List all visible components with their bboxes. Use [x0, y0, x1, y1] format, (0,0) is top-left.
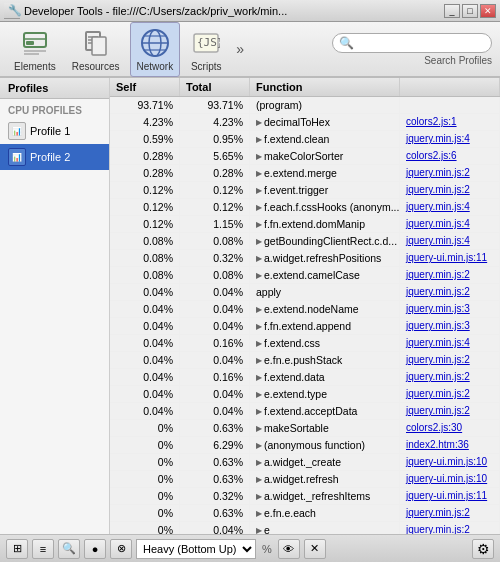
table-row: 0%0.63%▶makeSortablecolors2.js:30	[110, 420, 500, 437]
expand-arrow-icon[interactable]: ▶	[256, 441, 262, 450]
expand-arrow-icon[interactable]: ▶	[256, 203, 262, 212]
bottom-btn-record[interactable]: ●	[84, 539, 106, 559]
function-name: f.fn.extend.append	[264, 320, 351, 332]
file-link[interactable]: jquery.min.js:3	[400, 301, 500, 317]
total-cell: 0.04%	[180, 403, 250, 419]
table-row: 0.28%0.28%▶e.extend.mergejquery.min.js:2	[110, 165, 500, 182]
file-link[interactable]: jquery.min.js:2	[400, 284, 500, 300]
expand-arrow-icon[interactable]: ▶	[256, 424, 262, 433]
profile2-icon: 📊	[8, 148, 26, 166]
expand-arrow-icon[interactable]: ▶	[256, 118, 262, 127]
file-link[interactable]: jquery-ui.min.js:11	[400, 488, 500, 504]
self-cell: 0.08%	[110, 250, 180, 266]
file-link[interactable]: colors2.js:6	[400, 148, 500, 164]
expand-arrow-icon[interactable]: ▶	[256, 220, 262, 229]
file-link[interactable]: jquery-ui.min.js:10	[400, 471, 500, 487]
expand-arrow-icon[interactable]: ▶	[256, 271, 262, 280]
self-cell: 0.59%	[110, 131, 180, 147]
self-cell: 0.12%	[110, 199, 180, 215]
table-row: 0.04%0.04%applyjquery.min.js:2	[110, 284, 500, 301]
file-link[interactable]: jquery.min.js:2	[400, 386, 500, 402]
expand-arrow-icon[interactable]: ▶	[256, 356, 262, 365]
file-link[interactable]: colors2.js:30	[400, 420, 500, 436]
maximize-button[interactable]: □	[462, 4, 478, 18]
more-tools-icon[interactable]: »	[232, 41, 248, 57]
expand-arrow-icon[interactable]: ▶	[256, 373, 262, 382]
bottom-btn-list[interactable]: ≡	[32, 539, 54, 559]
file-link[interactable]: jquery.min.js:3	[400, 318, 500, 334]
sidebar-item-profile1[interactable]: 📊 Profile 1	[0, 118, 109, 144]
file-link[interactable]: jquery.min.js:2	[400, 403, 500, 419]
expand-arrow-icon[interactable]: ▶	[256, 186, 262, 195]
file-link[interactable]: jquery.min.js:2	[400, 369, 500, 385]
elements-tool-button[interactable]: Elements	[8, 23, 62, 76]
elements-label: Elements	[14, 61, 56, 72]
table-row: 0.59%0.95%▶f.extend.cleanjquery.min.js:4	[110, 131, 500, 148]
file-link[interactable]: jquery.min.js:4	[400, 131, 500, 147]
expand-arrow-icon[interactable]: ▶	[256, 169, 262, 178]
bottom-btn-search[interactable]: 🔍	[58, 539, 80, 559]
profiles-header[interactable]: Profiles	[0, 78, 109, 99]
function-name: e.extend.merge	[264, 167, 337, 179]
profile-table: Self Total Function 93.71%93.71%(program…	[110, 78, 500, 534]
expand-arrow-icon[interactable]: ▶	[256, 458, 262, 467]
expand-arrow-icon[interactable]: ▶	[256, 526, 262, 535]
self-cell: 0%	[110, 437, 180, 453]
table-row: 0.08%0.32%▶a.widget.refreshPositionsjque…	[110, 250, 500, 267]
view-mode-select[interactable]: Heavy (Bottom Up) Tree (Top Down)	[136, 539, 256, 559]
function-cell: ▶a.widget._refreshItems	[250, 488, 400, 504]
close-button[interactable]: ✕	[480, 4, 496, 18]
function-name: a.widget._create	[264, 456, 341, 468]
table-body[interactable]: 93.71%93.71%(program)4.23%4.23%▶decimalT…	[110, 97, 500, 534]
expand-arrow-icon[interactable]: ▶	[256, 237, 262, 246]
file-link[interactable]: jquery.min.js:2	[400, 352, 500, 368]
file-link[interactable]: jquery.min.js:4	[400, 335, 500, 351]
file-link[interactable]: jquery.min.js:2	[400, 267, 500, 283]
expand-arrow-icon[interactable]: ▶	[256, 407, 262, 416]
file-link[interactable]: jquery-ui.min.js:11	[400, 250, 500, 266]
bottom-btn-clear[interactable]: ⊗	[110, 539, 132, 559]
expand-arrow-icon[interactable]: ▶	[256, 390, 262, 399]
file-link[interactable]: jquery.min.js:2	[400, 522, 500, 534]
expand-arrow-icon[interactable]: ▶	[256, 152, 262, 161]
bottom-btn-x[interactable]: ✕	[304, 539, 326, 559]
resources-tool-button[interactable]: Resources	[66, 23, 126, 76]
file-link[interactable]	[400, 97, 500, 113]
function-cell: ▶a.widget._create	[250, 454, 400, 470]
expand-arrow-icon[interactable]: ▶	[256, 322, 262, 331]
function-cell: ▶e.fn.e.each	[250, 505, 400, 521]
search-input[interactable]	[354, 37, 484, 49]
self-cell: 0.12%	[110, 216, 180, 232]
function-name: (program)	[256, 99, 302, 111]
table-row: 0.04%0.04%▶e.extend.typejquery.min.js:2	[110, 386, 500, 403]
file-link[interactable]: jquery.min.js:4	[400, 233, 500, 249]
bottom-btn-eye[interactable]: 👁	[278, 539, 300, 559]
file-link[interactable]: colors2.js:1	[400, 114, 500, 130]
gear-button[interactable]: ⚙	[472, 539, 494, 559]
file-link[interactable]: index2.htm:36	[400, 437, 500, 453]
function-cell: (program)	[250, 97, 400, 113]
scripts-tool-button[interactable]: {JS} Scripts	[184, 23, 228, 76]
file-link[interactable]: jquery-ui.min.js:10	[400, 454, 500, 470]
expand-arrow-icon[interactable]: ▶	[256, 305, 262, 314]
network-tool-button[interactable]: Network	[130, 22, 181, 77]
sidebar-item-profile2[interactable]: 📊 Profile 2	[0, 144, 109, 170]
file-link[interactable]: jquery.min.js:4	[400, 199, 500, 215]
function-cell: ▶e.extend.type	[250, 386, 400, 402]
file-link[interactable]: jquery.min.js:4	[400, 216, 500, 232]
bottom-btn-grid[interactable]: ⊞	[6, 539, 28, 559]
expand-arrow-icon[interactable]: ▶	[256, 254, 262, 263]
expand-arrow-icon[interactable]: ▶	[256, 492, 262, 501]
expand-arrow-icon[interactable]: ▶	[256, 509, 262, 518]
file-link[interactable]: jquery.min.js:2	[400, 182, 500, 198]
file-link[interactable]: jquery.min.js:2	[400, 505, 500, 521]
total-cell: 0.08%	[180, 267, 250, 283]
expand-arrow-icon[interactable]: ▶	[256, 135, 262, 144]
file-link[interactable]: jquery.min.js:2	[400, 165, 500, 181]
expand-arrow-icon[interactable]: ▶	[256, 475, 262, 484]
function-cell: ▶f.each.f.cssHooks (anonym...	[250, 199, 400, 215]
minimize-button[interactable]: _	[444, 4, 460, 18]
app-icon: 🔧	[4, 3, 20, 19]
table-row: 0.04%0.16%▶f.extend.cssjquery.min.js:4	[110, 335, 500, 352]
expand-arrow-icon[interactable]: ▶	[256, 339, 262, 348]
